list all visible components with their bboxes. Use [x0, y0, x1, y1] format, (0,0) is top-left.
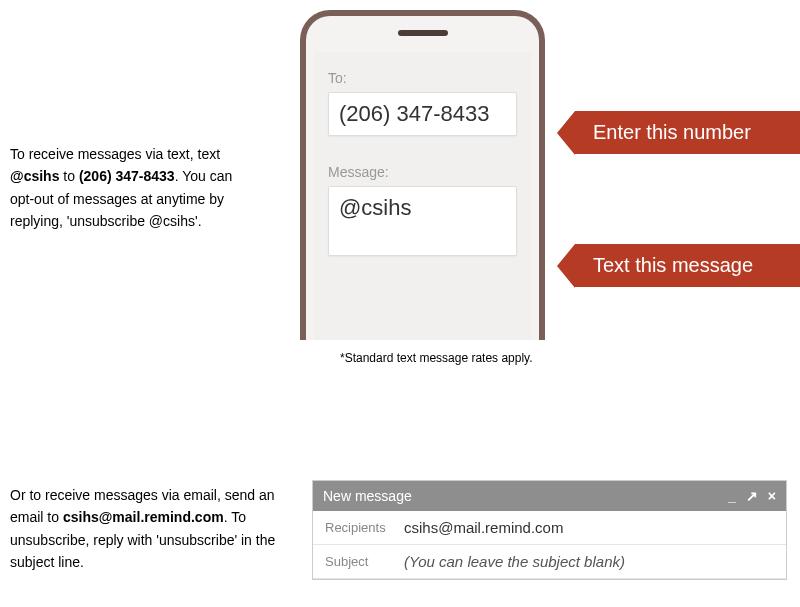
- recipients-label: Recipients: [325, 520, 390, 535]
- compose-title: New message: [323, 488, 412, 504]
- compose-window-controls: _ ↗ ×: [728, 489, 776, 503]
- compose-header: New message _ ↗ ×: [313, 481, 786, 511]
- message-field: Message: @csihs: [328, 164, 517, 256]
- close-icon[interactable]: ×: [768, 489, 776, 503]
- text-phone-number: (206) 347-8433: [79, 168, 175, 184]
- text-instructions-prefix: To receive messages via text, text: [10, 146, 220, 162]
- text-instructions: To receive messages via text, text @csih…: [10, 143, 250, 233]
- recipients-row[interactable]: Recipients csihs@mail.remind.com: [313, 511, 786, 545]
- subject-row[interactable]: Subject (You can leave the subject blank…: [313, 545, 786, 579]
- phone-mockup: To: (206) 347-8433 Message: @csihs: [300, 10, 545, 340]
- email-address: csihs@mail.remind.com: [63, 509, 224, 525]
- callout-text-message: Text this message: [575, 244, 800, 287]
- to-value: (206) 347-8433: [339, 101, 506, 127]
- message-label: Message:: [328, 164, 517, 180]
- text-instructions-mid: to: [59, 168, 78, 184]
- to-field: To: (206) 347-8433: [328, 70, 517, 136]
- message-value: @csihs: [339, 195, 506, 221]
- phone-screen: To: (206) 347-8433 Message: @csihs: [314, 52, 531, 340]
- to-input[interactable]: (206) 347-8433: [328, 92, 517, 136]
- message-input[interactable]: @csihs: [328, 186, 517, 256]
- text-code: @csihs: [10, 168, 59, 184]
- subject-label: Subject: [325, 554, 390, 569]
- recipients-value: csihs@mail.remind.com: [404, 519, 563, 536]
- text-signup-section: To receive messages via text, text @csih…: [0, 0, 800, 370]
- expand-icon[interactable]: ↗: [746, 489, 758, 503]
- email-compose-window: New message _ ↗ × Recipients csihs@mail.…: [312, 480, 787, 580]
- email-instructions: Or to receive messages via email, send a…: [10, 484, 280, 574]
- rates-note: *Standard text message rates apply.: [340, 351, 533, 365]
- subject-placeholder: (You can leave the subject blank): [404, 553, 625, 570]
- minimize-icon[interactable]: _: [728, 489, 736, 503]
- to-label: To:: [328, 70, 517, 86]
- callout-enter-number: Enter this number: [575, 111, 800, 154]
